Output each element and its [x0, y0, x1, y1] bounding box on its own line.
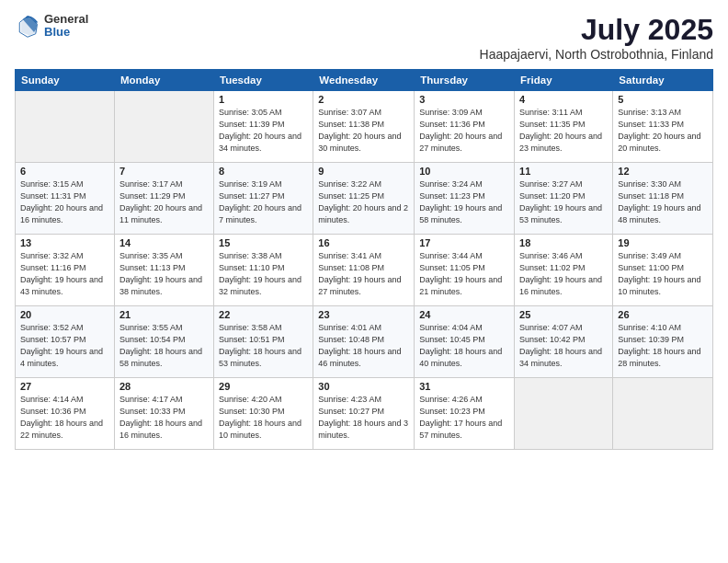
calendar-cell: 7Sunrise: 3:17 AM Sunset: 11:29 PM Dayli…: [114, 163, 213, 235]
calendar-cell: 6Sunrise: 3:15 AM Sunset: 11:31 PM Dayli…: [16, 163, 115, 235]
calendar-cell: 22Sunrise: 3:58 AM Sunset: 10:51 PM Dayl…: [214, 306, 313, 378]
day-info: Sunrise: 3:32 AM Sunset: 11:16 PM Daylig…: [20, 250, 109, 298]
day-info: Sunrise: 3:30 AM Sunset: 11:18 PM Daylig…: [618, 178, 708, 226]
calendar-week-3: 13Sunrise: 3:32 AM Sunset: 11:16 PM Dayl…: [16, 235, 713, 306]
calendar-cell: 8Sunrise: 3:19 AM Sunset: 11:27 PM Dayli…: [214, 163, 313, 235]
day-number: 20: [20, 309, 109, 320]
day-number: 30: [318, 381, 409, 392]
col-thursday: Thursday: [415, 70, 515, 91]
day-number: 9: [318, 166, 409, 177]
col-friday: Friday: [515, 70, 613, 91]
day-number: 19: [618, 237, 708, 248]
day-number: 16: [318, 237, 409, 248]
calendar-cell: 9Sunrise: 3:22 AM Sunset: 11:25 PM Dayli…: [313, 163, 415, 235]
logo-icon: [15, 13, 40, 39]
page: General Blue July 2025 Haapajaervi, Nort…: [0, 0, 728, 563]
calendar-cell: 10Sunrise: 3:24 AM Sunset: 11:23 PM Dayl…: [415, 163, 515, 235]
day-number: 31: [419, 381, 509, 392]
calendar-cell: 18Sunrise: 3:46 AM Sunset: 11:02 PM Dayl…: [515, 235, 613, 306]
day-number: 10: [419, 166, 509, 177]
day-number: 18: [519, 237, 608, 248]
day-info: Sunrise: 4:26 AM Sunset: 10:23 PM Daylig…: [419, 394, 509, 442]
day-number: 6: [20, 166, 109, 177]
day-number: 14: [119, 237, 209, 248]
calendar-cell: [515, 378, 613, 450]
calendar-cell: 25Sunrise: 4:07 AM Sunset: 10:42 PM Dayl…: [515, 306, 613, 378]
location-title: Haapajaervi, North Ostrobothnia, Finland: [480, 47, 713, 62]
calendar-cell: [114, 91, 213, 163]
day-info: Sunrise: 3:11 AM Sunset: 11:35 PM Daylig…: [519, 107, 608, 155]
day-number: 13: [20, 237, 109, 248]
day-number: 23: [318, 309, 409, 320]
day-info: Sunrise: 4:04 AM Sunset: 10:45 PM Daylig…: [419, 322, 509, 370]
day-info: Sunrise: 3:27 AM Sunset: 11:20 PM Daylig…: [519, 178, 608, 226]
calendar-cell: 3Sunrise: 3:09 AM Sunset: 11:36 PM Dayli…: [415, 91, 515, 163]
logo-general-text: General: [44, 13, 88, 26]
day-info: Sunrise: 3:44 AM Sunset: 11:05 PM Daylig…: [419, 250, 509, 298]
calendar-cell: 20Sunrise: 3:52 AM Sunset: 10:57 PM Dayl…: [16, 306, 115, 378]
calendar-cell: 12Sunrise: 3:30 AM Sunset: 11:18 PM Dayl…: [613, 163, 713, 235]
day-info: Sunrise: 3:15 AM Sunset: 11:31 PM Daylig…: [20, 178, 109, 226]
calendar-cell: 21Sunrise: 3:55 AM Sunset: 10:54 PM Dayl…: [114, 306, 213, 378]
day-info: Sunrise: 3:07 AM Sunset: 11:38 PM Daylig…: [318, 107, 409, 155]
calendar-cell: [613, 378, 713, 450]
day-number: 7: [119, 166, 209, 177]
calendar-week-4: 20Sunrise: 3:52 AM Sunset: 10:57 PM Dayl…: [16, 306, 713, 378]
day-number: 12: [618, 166, 708, 177]
day-info: Sunrise: 4:01 AM Sunset: 10:48 PM Daylig…: [318, 322, 409, 370]
day-info: Sunrise: 3:24 AM Sunset: 11:23 PM Daylig…: [419, 178, 509, 226]
day-info: Sunrise: 4:10 AM Sunset: 10:39 PM Daylig…: [618, 322, 708, 370]
day-info: Sunrise: 4:14 AM Sunset: 10:36 PM Daylig…: [20, 394, 109, 442]
day-number: 17: [419, 237, 509, 248]
header: General Blue July 2025 Haapajaervi, Nort…: [15, 13, 713, 62]
day-info: Sunrise: 4:17 AM Sunset: 10:33 PM Daylig…: [119, 394, 209, 442]
calendar-table: Sunday Monday Tuesday Wednesday Thursday…: [15, 69, 713, 450]
calendar-cell: 16Sunrise: 3:41 AM Sunset: 11:08 PM Dayl…: [313, 235, 415, 306]
calendar-week-5: 27Sunrise: 4:14 AM Sunset: 10:36 PM Dayl…: [16, 378, 713, 450]
calendar-week-2: 6Sunrise: 3:15 AM Sunset: 11:31 PM Dayli…: [16, 163, 713, 235]
logo-blue-text: Blue: [44, 26, 88, 39]
calendar-cell: 27Sunrise: 4:14 AM Sunset: 10:36 PM Dayl…: [16, 378, 115, 450]
calendar-cell: 17Sunrise: 3:44 AM Sunset: 11:05 PM Dayl…: [415, 235, 515, 306]
day-info: Sunrise: 3:35 AM Sunset: 11:13 PM Daylig…: [119, 250, 209, 298]
calendar-header-row: Sunday Monday Tuesday Wednesday Thursday…: [16, 70, 713, 91]
calendar-cell: 14Sunrise: 3:35 AM Sunset: 11:13 PM Dayl…: [114, 235, 213, 306]
day-number: 28: [119, 381, 209, 392]
day-number: 11: [519, 166, 608, 177]
day-number: 2: [318, 94, 409, 105]
day-number: 26: [618, 309, 708, 320]
col-saturday: Saturday: [613, 70, 713, 91]
day-info: Sunrise: 3:09 AM Sunset: 11:36 PM Daylig…: [419, 107, 509, 155]
day-number: 1: [219, 94, 308, 105]
day-info: Sunrise: 3:22 AM Sunset: 11:25 PM Daylig…: [318, 178, 409, 226]
day-number: 3: [419, 94, 509, 105]
day-info: Sunrise: 3:19 AM Sunset: 11:27 PM Daylig…: [219, 178, 308, 226]
calendar-cell: 24Sunrise: 4:04 AM Sunset: 10:45 PM Dayl…: [415, 306, 515, 378]
logo: General Blue: [15, 13, 88, 40]
day-info: Sunrise: 3:46 AM Sunset: 11:02 PM Daylig…: [519, 250, 608, 298]
day-info: Sunrise: 3:05 AM Sunset: 11:39 PM Daylig…: [219, 107, 308, 155]
calendar-cell: 1Sunrise: 3:05 AM Sunset: 11:39 PM Dayli…: [214, 91, 313, 163]
col-sunday: Sunday: [16, 70, 115, 91]
title-block: July 2025 Haapajaervi, North Ostrobothni…: [480, 13, 713, 62]
col-tuesday: Tuesday: [214, 70, 313, 91]
calendar-cell: 31Sunrise: 4:26 AM Sunset: 10:23 PM Dayl…: [415, 378, 515, 450]
day-info: Sunrise: 3:58 AM Sunset: 10:51 PM Daylig…: [219, 322, 308, 370]
day-info: Sunrise: 3:55 AM Sunset: 10:54 PM Daylig…: [119, 322, 209, 370]
day-info: Sunrise: 3:52 AM Sunset: 10:57 PM Daylig…: [20, 322, 109, 370]
day-number: 22: [219, 309, 308, 320]
col-wednesday: Wednesday: [313, 70, 415, 91]
day-info: Sunrise: 3:17 AM Sunset: 11:29 PM Daylig…: [119, 178, 209, 226]
calendar-cell: 29Sunrise: 4:20 AM Sunset: 10:30 PM Dayl…: [214, 378, 313, 450]
day-number: 29: [219, 381, 308, 392]
calendar-cell: 19Sunrise: 3:49 AM Sunset: 11:00 PM Dayl…: [613, 235, 713, 306]
calendar-cell: 15Sunrise: 3:38 AM Sunset: 11:10 PM Dayl…: [214, 235, 313, 306]
calendar-week-1: 1Sunrise: 3:05 AM Sunset: 11:39 PM Dayli…: [16, 91, 713, 163]
calendar-cell: 2Sunrise: 3:07 AM Sunset: 11:38 PM Dayli…: [313, 91, 415, 163]
calendar-cell: 23Sunrise: 4:01 AM Sunset: 10:48 PM Dayl…: [313, 306, 415, 378]
day-info: Sunrise: 3:41 AM Sunset: 11:08 PM Daylig…: [318, 250, 409, 298]
day-number: 21: [119, 309, 209, 320]
day-number: 25: [519, 309, 608, 320]
day-number: 4: [519, 94, 608, 105]
day-info: Sunrise: 3:13 AM Sunset: 11:33 PM Daylig…: [618, 107, 708, 155]
